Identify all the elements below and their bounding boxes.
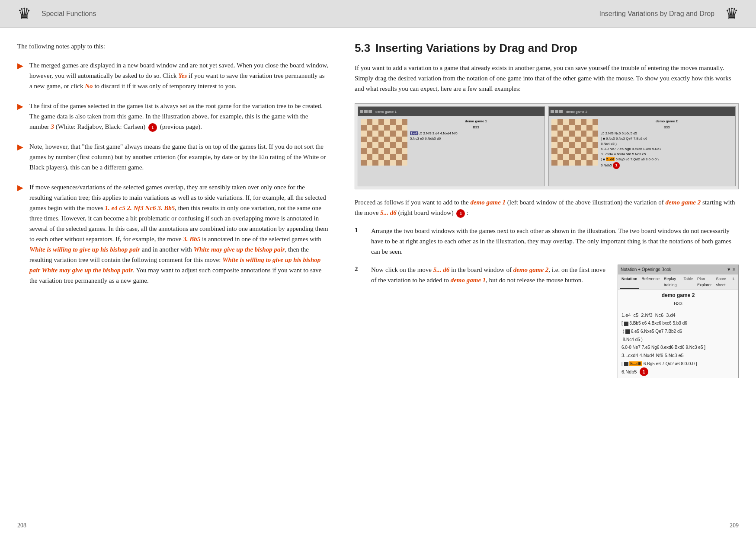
right-column: 5.3 Inserting Variations by Drag and Dro… (355, 41, 739, 501)
notation-bracket-2: ( 6.e5 6.Nxe5 Qe7 7.Bb2 d6 (621, 329, 682, 334)
bullet-arrow-2: ▶ (17, 102, 23, 111)
sq (378, 137, 384, 143)
page-num-left: 208 (17, 522, 26, 529)
demo-game-1-ref: demo game 1 (470, 199, 506, 206)
sq (593, 125, 599, 131)
sq (367, 154, 373, 160)
sq (575, 148, 581, 154)
sq (563, 160, 569, 166)
sq (581, 119, 587, 125)
notation-panel-title: Notation + Openings Book (621, 266, 671, 273)
sq (557, 154, 564, 160)
sq (581, 142, 587, 148)
toolbar-btn-r (555, 110, 558, 113)
notation-bracket-1: [ 3.Bb5 e6 4.Bxc6 bxc6 5.b3 d6 (621, 321, 687, 325)
demo-game-2-step2: demo game 2 (513, 266, 549, 273)
sq (581, 160, 587, 166)
sq (390, 131, 396, 137)
notation-line-4: 6.0-0 Ne7 7.e5 Ng6 8.exd6 Bxd6 9.Nc3 e5 … (621, 345, 705, 350)
chess-board-right (551, 119, 598, 166)
sq (390, 160, 396, 166)
sq (384, 137, 390, 143)
screenshot-right-pane: demo game 2 demo ga (548, 106, 736, 186)
tab-plan-explorer[interactable]: Plan Explorer (695, 275, 714, 289)
sq (396, 131, 402, 137)
circle-1-proceed: 1 (456, 209, 465, 218)
sq (557, 137, 564, 143)
notation-main-7: 6.Ndb5 1 (621, 369, 650, 374)
notation-text-right: demo game 2 B33 c5 2.Nf3 Nc6 6.b6d5 d5 (… (601, 119, 733, 169)
sq (367, 125, 373, 131)
demo-game-1-step2: demo game 1 (451, 277, 486, 284)
sq (361, 125, 367, 131)
sq (586, 160, 593, 166)
header-right-title: Inserting Variations by Drag and Drop (599, 10, 714, 18)
sq (396, 137, 402, 143)
highlight-move-left: 1.e4 (410, 131, 418, 135)
sq (384, 154, 390, 160)
sq (367, 119, 373, 125)
section-heading: 5.3 Inserting Variations by Drag and Dro… (355, 41, 739, 55)
sq (372, 119, 378, 125)
sq (378, 154, 384, 160)
notation-text-left: demo game 1 B33 1.e4 c5 2.Nf3 3.d4 4.Nxd… (410, 119, 542, 141)
tab-table[interactable]: Table (682, 275, 695, 289)
highlight-5d6: 5..d6 (606, 157, 615, 161)
sq (593, 142, 599, 148)
sq (361, 142, 367, 148)
section-title: Inserting Variations by Drag and Drop (375, 41, 577, 55)
tab-l[interactable]: L (731, 275, 737, 289)
notation-panel-controls: ▼ ✕ (727, 266, 736, 273)
sq (378, 131, 384, 137)
sq (593, 119, 599, 125)
sq (586, 119, 593, 125)
pane-game-label-left: demo game 1 (375, 110, 397, 114)
proceed-text: Proceed as follows if you want to add to… (355, 197, 739, 218)
annotation-2: White may give up the bishop pair (194, 246, 285, 253)
sq (367, 137, 373, 143)
page-footer: 208 209 (0, 515, 756, 536)
bullet-text-3: Note, however, that "the first game" alw… (29, 141, 329, 172)
sq (390, 142, 396, 148)
sq (551, 148, 557, 154)
header-left-title: Special Functions (42, 10, 96, 18)
page-header: ♛ Special Functions Inserting Variations… (0, 0, 756, 28)
sq (396, 119, 402, 125)
sq (586, 154, 593, 160)
sq (396, 154, 402, 160)
tab-replay[interactable]: Replay training (662, 275, 681, 289)
sq (402, 160, 408, 166)
notation-panel: Notation + Openings Book ▼ ✕ Notation Re… (618, 265, 739, 378)
no-label: No (85, 83, 93, 89)
move-5d6-ref: 5... d6 (380, 209, 397, 216)
notation-eco-right: B33 (601, 125, 733, 130)
sq (563, 119, 569, 125)
header-left: ♛ Special Functions (14, 3, 96, 24)
sq (557, 125, 564, 131)
sq (563, 142, 569, 148)
sq (384, 131, 390, 137)
pane-toolbar-right: demo game 2 (549, 107, 735, 116)
sq (390, 154, 396, 160)
tab-score-sheet[interactable]: Score sheet (714, 275, 730, 289)
sq (586, 125, 593, 131)
step-1-text: Arrange the two board windows with the g… (371, 226, 739, 257)
sq (378, 125, 384, 131)
sq (402, 119, 408, 125)
sq (575, 160, 581, 166)
moves-example: 1. e4 c5 2. Nf3 Nc6 3. Bb5 (105, 204, 175, 211)
sq (402, 137, 408, 143)
notation-moves-left: 1.e4 c5 2.Nf3 3.d4 4.Nxd4 Nf6 5.Nc3 e5 6… (410, 131, 542, 141)
sq (593, 160, 599, 166)
sq (569, 125, 575, 131)
section-number: 5.3 (355, 41, 370, 55)
tab-reference[interactable]: Reference (640, 275, 662, 289)
left-intro: The following notes apply to this: (17, 41, 329, 51)
sq (575, 137, 581, 143)
sq (378, 119, 384, 125)
sq (384, 148, 390, 154)
sq (396, 148, 402, 154)
tab-notation[interactable]: Notation (620, 275, 639, 289)
sq (593, 137, 599, 143)
sq (551, 125, 557, 131)
